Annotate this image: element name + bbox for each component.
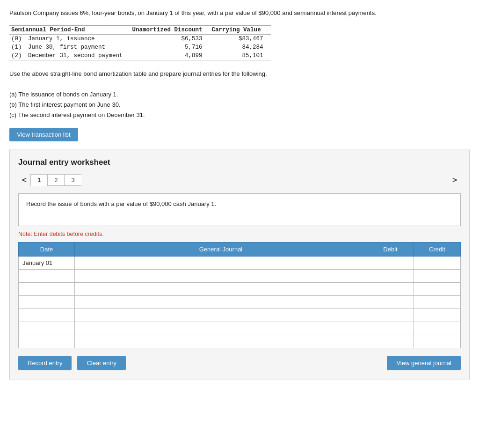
journal-gj-cell[interactable] (75, 322, 367, 335)
journal-credit-input[interactable] (414, 283, 460, 295)
instructions-line1: Use the above straight-line bond amortiz… (9, 69, 470, 79)
journal-row (19, 269, 461, 282)
journal-date-cell: January 01 (19, 256, 75, 269)
journal-credit-cell[interactable] (414, 295, 461, 308)
journal-date-cell[interactable] (19, 308, 75, 322)
journal-gj-cell[interactable] (75, 269, 367, 282)
intro-text: Paulson Company issues 6%, four-year bon… (9, 8, 470, 18)
journal-debit-cell[interactable] (367, 269, 414, 282)
journal-row (19, 308, 461, 322)
journal-gj-input[interactable] (75, 309, 367, 322)
journal-credit-cell[interactable] (414, 308, 461, 322)
view-general-journal-button[interactable]: View general journal (387, 356, 461, 370)
instruction-box-text: Record the issue of bonds with a par val… (26, 200, 216, 207)
journal-debit-input[interactable] (367, 335, 414, 348)
journal-col-credit: Credit (414, 242, 461, 256)
tab-prev-button[interactable]: < (18, 174, 30, 187)
journal-debit-input[interactable] (367, 322, 414, 335)
col-header-unamort: Unamortized Discount (131, 25, 210, 34)
journal-date-cell[interactable] (19, 335, 75, 348)
journal-debit-cell[interactable] (367, 322, 414, 335)
journal-row: January 01 (19, 256, 461, 269)
instructions-block: Use the above straight-line bond amortiz… (9, 69, 470, 120)
worksheet-container: Journal entry worksheet < 1 2 3 > Record… (9, 149, 470, 380)
journal-debit-cell[interactable] (367, 308, 414, 322)
view-transaction-button[interactable]: View transaction list (9, 128, 78, 141)
tab-3[interactable]: 3 (64, 174, 81, 186)
amort-row: (2) December 31, second payment 4,899 85… (9, 51, 271, 60)
journal-credit-input[interactable] (414, 335, 460, 348)
journal-credit-cell[interactable] (414, 256, 461, 269)
journal-credit-input[interactable] (414, 322, 460, 335)
journal-date-input[interactable] (19, 309, 74, 322)
amort-carrying: 85,101 (210, 51, 271, 60)
journal-date-cell[interactable] (19, 322, 75, 335)
journal-gj-cell[interactable] (75, 282, 367, 295)
journal-debit-input[interactable] (367, 270, 414, 282)
journal-date-input[interactable] (19, 283, 74, 295)
journal-date-input[interactable] (19, 296, 74, 308)
journal-gj-cell[interactable] (75, 295, 367, 308)
amort-period: (2) December 31, second payment (9, 51, 131, 60)
journal-gj-input[interactable] (75, 283, 367, 295)
journal-date-cell[interactable] (19, 295, 75, 308)
journal-debit-cell[interactable] (367, 256, 414, 269)
journal-date-cell[interactable] (19, 269, 75, 282)
button-row: Record entry Clear entry View general jo… (18, 356, 461, 370)
instructions-line3: (b) The first interest payment on June 3… (9, 100, 470, 110)
journal-credit-input[interactable] (414, 257, 460, 269)
amort-period: (0) January 1, issuance (9, 34, 131, 43)
instructions-line2: (a) The issuance of bonds on January 1. (9, 89, 470, 100)
journal-date-cell[interactable] (19, 282, 75, 295)
amort-row: (1) June 30, first payment 5,716 84,284 (9, 43, 271, 51)
amort-period: (1) June 30, first payment (9, 43, 131, 51)
journal-row (19, 335, 461, 348)
journal-debit-cell[interactable] (367, 282, 414, 295)
record-entry-button[interactable]: Record entry (18, 356, 72, 370)
journal-gj-input[interactable] (75, 322, 367, 335)
journal-credit-input[interactable] (414, 296, 460, 308)
amort-carrying: 84,284 (210, 43, 271, 51)
journal-debit-input[interactable] (367, 257, 414, 269)
journal-gj-input[interactable] (75, 257, 367, 269)
journal-debit-input[interactable] (367, 296, 414, 308)
journal-gj-input[interactable] (75, 270, 367, 282)
note-text: Note: Enter debits before credits. (18, 231, 461, 237)
journal-credit-cell[interactable] (414, 282, 461, 295)
journal-debit-input[interactable] (367, 283, 414, 295)
journal-credit-input[interactable] (414, 309, 460, 322)
journal-credit-cell[interactable] (414, 335, 461, 348)
amort-unamortized: 4,899 (131, 51, 210, 60)
clear-entry-button[interactable]: Clear entry (77, 356, 126, 370)
journal-debit-cell[interactable] (367, 335, 414, 348)
instructions-line4: (c) The second interest payment on Decem… (9, 110, 470, 120)
journal-row (19, 322, 461, 335)
amortization-table: Semiannual Period-End Unamortized Discou… (9, 25, 271, 60)
tab-2[interactable]: 2 (47, 174, 64, 186)
journal-gj-input[interactable] (75, 296, 367, 308)
tab-next-button[interactable]: > (449, 174, 461, 187)
instruction-box: Record the issue of bonds with a par val… (18, 193, 461, 226)
journal-gj-input[interactable] (75, 335, 367, 348)
worksheet-title: Journal entry worksheet (18, 158, 461, 167)
journal-debit-input[interactable] (367, 309, 414, 322)
col-header-period: Semiannual Period-End (9, 25, 131, 34)
journal-gj-cell[interactable] (75, 335, 367, 348)
journal-credit-cell[interactable] (414, 269, 461, 282)
journal-col-debit: Debit (367, 242, 414, 256)
journal-date-input[interactable] (19, 270, 74, 282)
amort-unamortized: $6,533 (131, 34, 210, 43)
journal-debit-cell[interactable] (367, 295, 414, 308)
amort-unamortized: 5,716 (131, 43, 210, 51)
amort-carrying: $83,467 (210, 34, 271, 43)
journal-credit-input[interactable] (414, 270, 460, 282)
journal-gj-cell[interactable] (75, 308, 367, 322)
col-header-carrying: Carrying Value (210, 25, 271, 34)
journal-credit-cell[interactable] (414, 322, 461, 335)
journal-gj-cell[interactable] (75, 256, 367, 269)
tab-1[interactable]: 1 (30, 174, 47, 186)
journal-date-input[interactable] (19, 322, 74, 335)
journal-table: Date General Journal Debit Credit Januar… (18, 242, 461, 348)
journal-date-input[interactable] (19, 335, 74, 348)
journal-row (19, 282, 461, 295)
